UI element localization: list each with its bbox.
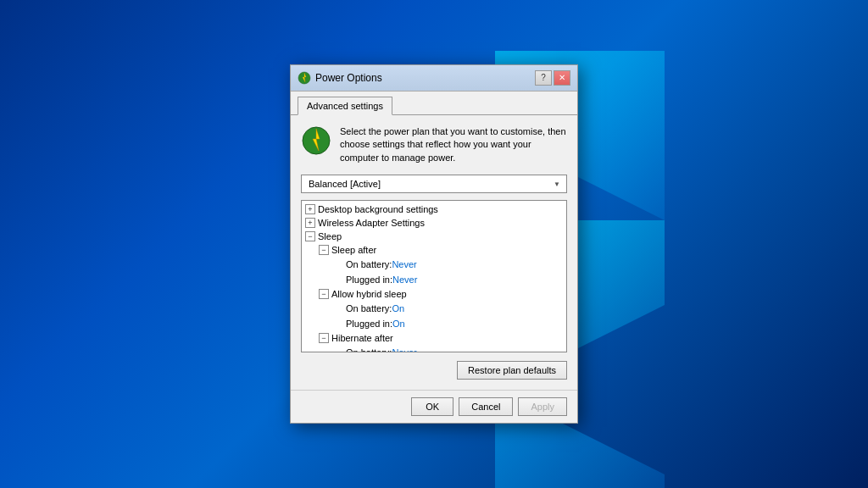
- intro-section: Select the power plan that you want to c…: [301, 125, 567, 164]
- power-options-icon: [298, 71, 311, 85]
- list-item: On battery: On: [302, 301, 566, 316]
- sleep-battery-value[interactable]: Never: [392, 259, 416, 269]
- spacer-icon: [332, 318, 344, 330]
- dialog-content: Select the power plan that you want to c…: [291, 115, 577, 390]
- expand-hybrid-sleep-icon[interactable]: −: [319, 289, 329, 299]
- expand-hibernate-icon[interactable]: −: [319, 333, 329, 343]
- list-item: − Sleep: [302, 230, 566, 243]
- dropdown-section: Balanced [Active] Power saver High perfo…: [301, 175, 567, 193]
- hybrid-battery-label: On battery:: [346, 303, 392, 313]
- settings-tree-inner: + Desktop background settings + Wireless…: [302, 201, 566, 352]
- sleep-after-label: Sleep after: [331, 245, 376, 255]
- dialog-footer: OK Cancel Apply: [291, 390, 577, 423]
- dialog-titlebar: Power Options ? ✕: [291, 65, 577, 92]
- list-item: Plugged in: On: [302, 316, 566, 331]
- restore-section: Restore plan defaults: [301, 361, 567, 380]
- list-item: − Sleep after: [302, 243, 566, 257]
- sleep-battery-label: On battery:: [346, 259, 392, 269]
- tab-advanced-settings[interactable]: Advanced settings: [298, 97, 392, 115]
- hibernate-battery-value[interactable]: Never: [392, 347, 416, 352]
- expand-sleep-after-icon[interactable]: −: [319, 245, 329, 255]
- dialog-overlay: Power Options ? ✕ Advanced settings: [0, 0, 868, 488]
- desktop-bg-label: Desktop background settings: [318, 204, 438, 214]
- list-item: Plugged in: Never: [302, 272, 566, 287]
- list-item: On battery: Never: [302, 257, 566, 272]
- spacer-icon: [332, 302, 344, 314]
- power-options-dialog: Power Options ? ✕ Advanced settings: [290, 64, 578, 424]
- apply-button[interactable]: Apply: [518, 397, 567, 416]
- titlebar-left: Power Options: [298, 71, 382, 85]
- sleep-plugged-value[interactable]: Never: [392, 274, 417, 285]
- hybrid-battery-value[interactable]: On: [392, 303, 404, 313]
- expand-sleep-icon[interactable]: −: [305, 231, 315, 241]
- help-button[interactable]: ?: [535, 70, 552, 86]
- close-button[interactable]: ✕: [554, 70, 570, 86]
- hibernate-label: Hibernate after: [331, 333, 393, 343]
- sleep-plugged-label: Plugged in:: [346, 274, 392, 285]
- power-icon-large: [301, 125, 331, 156]
- cancel-button[interactable]: Cancel: [459, 397, 513, 416]
- list-item: + Wireless Adapter Settings: [302, 216, 566, 230]
- expand-wireless-icon[interactable]: +: [305, 218, 315, 228]
- expand-desktop-bg-icon[interactable]: +: [305, 204, 315, 214]
- list-item: − Hibernate after: [302, 331, 566, 345]
- list-item: − Allow hybrid sleep: [302, 287, 566, 301]
- hybrid-plugged-value[interactable]: On: [392, 319, 405, 329]
- spacer-icon: [332, 258, 344, 270]
- plan-dropdown-wrapper: Balanced [Active] Power saver High perfo…: [301, 175, 567, 193]
- spacer-icon: [332, 274, 344, 286]
- ok-button[interactable]: OK: [411, 397, 453, 416]
- titlebar-buttons: ? ✕: [535, 70, 570, 86]
- spacer-icon: [332, 347, 344, 352]
- sleep-label: Sleep: [318, 231, 342, 241]
- list-item: + Desktop background settings: [302, 202, 566, 216]
- hibernate-battery-label: On battery:: [346, 347, 392, 352]
- hybrid-sleep-label: Allow hybrid sleep: [331, 289, 407, 299]
- intro-text: Select the power plan that you want to c…: [340, 125, 567, 164]
- hybrid-plugged-label: Plugged in:: [346, 319, 392, 329]
- plan-dropdown[interactable]: Balanced [Active] Power saver High perfo…: [301, 175, 567, 193]
- desktop: Power Options ? ✕ Advanced settings: [0, 0, 868, 488]
- wireless-adapter-label: Wireless Adapter Settings: [318, 218, 425, 228]
- dialog-title: Power Options: [315, 72, 382, 84]
- restore-plan-defaults-button[interactable]: Restore plan defaults: [457, 361, 567, 380]
- settings-tree[interactable]: + Desktop background settings + Wireless…: [301, 200, 567, 352]
- list-item: On battery: Never: [302, 345, 566, 352]
- tab-bar: Advanced settings: [291, 92, 577, 115]
